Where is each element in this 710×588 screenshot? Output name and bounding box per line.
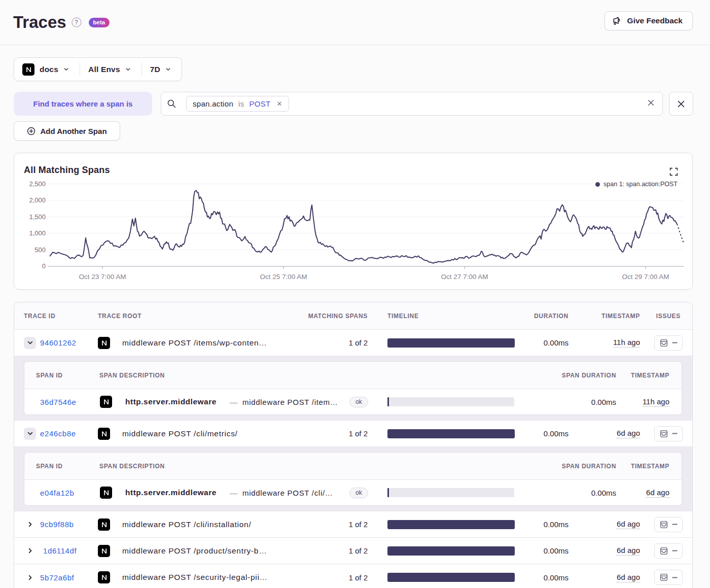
svg-text:Oct 23 7:00 AM: Oct 23 7:00 AM [79,273,126,281]
svg-text:500: 500 [34,246,46,254]
svg-text:2,000: 2,000 [29,196,46,204]
svg-text:Oct 27 7:00 AM: Oct 27 7:00 AM [441,273,488,281]
svg-text:0: 0 [42,262,46,270]
svg-text:Oct 29 7:00 AM: Oct 29 7:00 AM [622,273,669,281]
svg-text:2,500: 2,500 [29,180,46,188]
svg-text:1,500: 1,500 [29,213,46,221]
svg-text:1,000: 1,000 [29,229,46,237]
svg-text:Oct 25 7:00 AM: Oct 25 7:00 AM [260,273,307,281]
